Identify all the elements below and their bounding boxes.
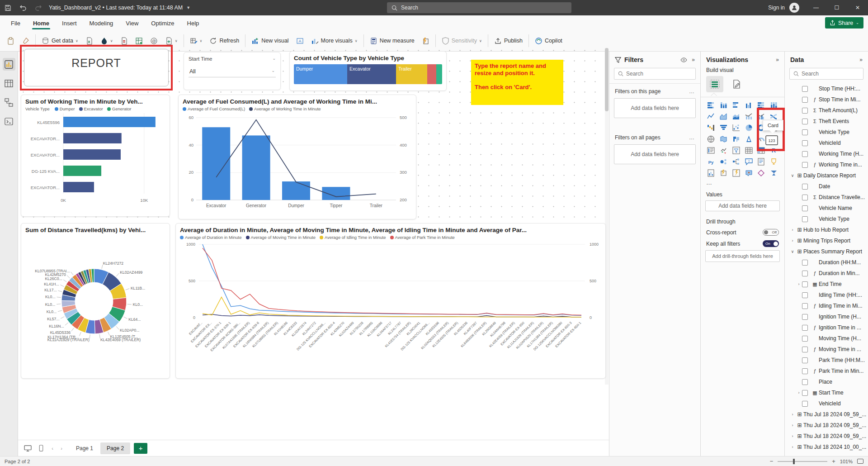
slicer-collapse-icon[interactable]: ⌄ (272, 56, 276, 62)
data-table-item[interactable]: ∨⊞Places Summary Report (785, 246, 868, 257)
expand-icon[interactable]: › (789, 423, 796, 428)
field-checkbox[interactable] (802, 184, 808, 190)
field-checkbox[interactable] (802, 140, 808, 146)
stacked-column-chart-icon[interactable] (717, 100, 730, 110)
field-checkbox[interactable] (802, 292, 808, 298)
data-field-item[interactable]: ΣTheft Amount(L) (785, 105, 868, 116)
data-table-item[interactable]: ›⊞Thu Jul 18 2024 09_59_... (785, 431, 868, 442)
waterfall-chart-icon[interactable] (705, 123, 717, 133)
menu-tab-view[interactable]: View (119, 17, 145, 29)
field-checkbox[interactable] (802, 336, 808, 342)
field-checkbox[interactable] (802, 303, 808, 309)
menu-tab-home[interactable]: Home (27, 17, 56, 29)
dynamic-parameters-icon[interactable] (730, 168, 742, 178)
dax-query-view-icon[interactable] (3, 115, 15, 128)
bar-segment[interactable] (427, 64, 436, 84)
field-checkbox[interactable] (802, 151, 808, 157)
data-field-item[interactable]: Ignition Time (H... (785, 311, 868, 322)
menu-tab-file[interactable]: File (5, 17, 27, 29)
maximize-button[interactable]: ☐ (826, 0, 847, 15)
map-icon[interactable] (705, 134, 717, 144)
close-button[interactable]: ✕ (847, 0, 868, 15)
data-field-item[interactable]: Vehicle Name (785, 203, 868, 214)
data-table-item[interactable]: ›⊞Thu Jul 18 2024 09_59_... (785, 420, 868, 431)
drill-through-dropzone[interactable]: Add drill-through fields here (705, 250, 780, 262)
redo-icon[interactable] (31, 0, 46, 15)
expand-icon[interactable]: › (789, 238, 796, 243)
zoom-slider[interactable] (778, 461, 827, 462)
field-checkbox[interactable] (802, 357, 808, 363)
data-field-item[interactable]: ›▦Start Time (785, 387, 868, 398)
expand-icon[interactable]: › (789, 445, 796, 449)
data-field-item[interactable]: ΣTheft Events (785, 116, 868, 127)
data-field-item[interactable]: ƒMoving Time in ... (785, 344, 868, 355)
python-visual-icon[interactable]: Py (705, 157, 717, 167)
undo-icon[interactable] (15, 0, 31, 15)
data-field-item[interactable]: Moving Time (H... (785, 333, 868, 344)
data-field-item[interactable]: VehicleId (785, 138, 868, 148)
data-field-item[interactable]: Working Time (H... (785, 148, 868, 159)
funnel-chart-icon[interactable] (717, 123, 730, 133)
stacked-area-chart-icon[interactable] (730, 111, 742, 122)
power-apps-icon[interactable] (755, 168, 767, 178)
build-visual-mode-button[interactable] (706, 76, 723, 92)
fit-to-page-icon[interactable] (857, 459, 863, 464)
table-icon[interactable] (743, 145, 755, 156)
kpi-icon[interactable] (717, 145, 730, 156)
data-field-item[interactable]: Duration (HH:M... (785, 257, 868, 268)
filled-map-icon[interactable] (717, 134, 730, 144)
new-page-button[interactable]: + (134, 443, 147, 454)
keep-all-filters-toggle[interactable]: On (763, 240, 779, 247)
collapse-pane-icon[interactable]: » (859, 57, 863, 63)
data-field-item[interactable]: ΣDistance Travelle... (785, 192, 868, 203)
data-table-item[interactable]: ›⊞Thu Jul 18 2024 09_59_... (785, 409, 868, 420)
line-chart-icon[interactable] (705, 111, 717, 122)
vehicle-type-count-visual[interactable]: Count of Vehicle Type by Vehicle Type Du… (289, 51, 447, 91)
arcgis-map-icon[interactable] (743, 168, 755, 178)
shape-map-icon[interactable] (730, 134, 742, 144)
data-table-item[interactable]: ›⊞Thu Jul 18 2024 10_00_... (785, 442, 868, 452)
card-visual-icon[interactable]: 123 (765, 135, 778, 147)
all-pages-filters-dropzone[interactable]: Add data fields here (614, 144, 696, 164)
data-field-item[interactable]: ƒStop Time in Mi... (785, 94, 868, 105)
stacked-bar-chart-icon[interactable] (705, 100, 717, 110)
menu-tab-modeling[interactable]: Modeling (83, 17, 120, 29)
line-and-stacked-column-chart-icon[interactable] (743, 111, 755, 122)
collapse-icon[interactable]: ∨ (789, 249, 796, 254)
desktop-layout-icon[interactable] (22, 443, 33, 454)
report-view-icon[interactable] (3, 58, 15, 71)
cross-report-toggle[interactable]: Off (763, 229, 779, 236)
title-dropdown-icon[interactable]: ▼ (186, 5, 190, 10)
report-canvas[interactable]: REPORT Start Time⌄ All⌄ Count of Vehicle… (18, 52, 609, 440)
field-checkbox[interactable] (802, 97, 808, 103)
key-influencers-icon[interactable] (717, 157, 730, 167)
field-checkbox[interactable] (802, 347, 808, 352)
expand-icon[interactable]: › (796, 390, 802, 395)
smart-narrative-icon[interactable] (755, 157, 767, 167)
working-time-bar-visual[interactable]: Sum of Working Time in Minute by Veh... … (21, 95, 170, 217)
distance-donut-visual[interactable]: Sum of Distance Travelled(kms) by Vehi..… (21, 223, 170, 379)
field-checkbox[interactable] (802, 162, 808, 168)
data-field-item[interactable]: VehicleId (785, 398, 868, 409)
bar-segment[interactable]: Excavator (347, 64, 396, 84)
area-chart-icon[interactable] (717, 111, 730, 122)
field-checkbox[interactable] (802, 119, 808, 124)
duration-multiline-visual[interactable]: Average of Duration in Minute, Average o… (175, 223, 606, 379)
collapse-pane-icon[interactable]: » (776, 57, 779, 63)
field-checkbox[interactable] (802, 390, 808, 396)
section-more-options-icon[interactable]: … (689, 134, 695, 141)
global-search-input[interactable]: Search (387, 2, 571, 13)
field-checkbox[interactable] (802, 216, 808, 222)
clustered-column-chart-icon[interactable] (743, 100, 755, 110)
expand-icon[interactable]: › (789, 412, 796, 417)
calculation-icon[interactable] (717, 168, 730, 178)
data-field-item[interactable]: ƒIgnition Time in ... (785, 322, 868, 333)
bar-segment[interactable] (436, 64, 442, 84)
collapse-pane-icon[interactable]: » (692, 57, 695, 63)
data-search-input[interactable]: Search (789, 68, 863, 80)
field-checkbox[interactable] (802, 108, 808, 114)
expand-icon[interactable]: › (796, 282, 802, 286)
field-checkbox[interactable] (802, 281, 808, 287)
metrics-icon[interactable] (768, 157, 780, 167)
save-icon[interactable] (0, 0, 15, 15)
